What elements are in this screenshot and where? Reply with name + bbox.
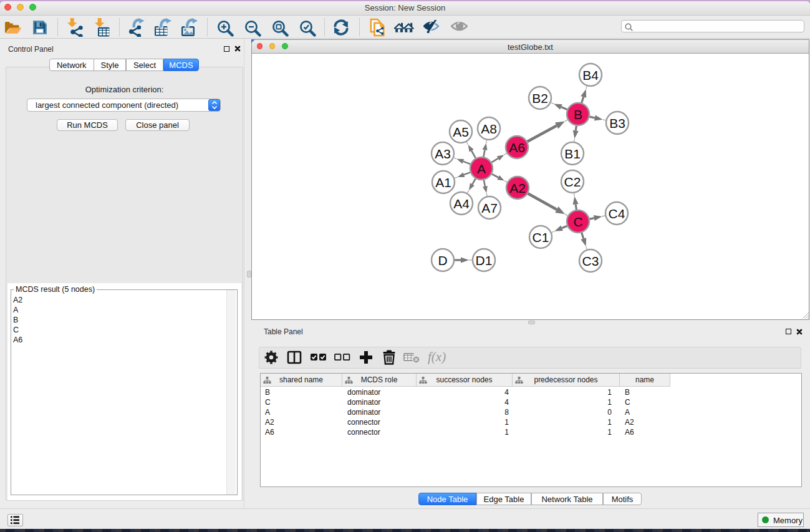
svg-text:C2: C2 bbox=[564, 175, 581, 189]
svg-text:C1: C1 bbox=[533, 230, 549, 244]
svg-text:A7: A7 bbox=[481, 201, 498, 215]
svg-text:B: B bbox=[574, 107, 582, 122]
svg-text:A5: A5 bbox=[453, 125, 469, 139]
svg-text:A8: A8 bbox=[481, 122, 497, 136]
svg-text:A6: A6 bbox=[509, 140, 525, 155]
svg-text:A: A bbox=[477, 162, 486, 176]
svg-text:C3: C3 bbox=[582, 254, 599, 268]
svg-text:C: C bbox=[573, 215, 582, 229]
svg-text:C4: C4 bbox=[609, 206, 625, 221]
svg-text:A3: A3 bbox=[435, 147, 451, 161]
svg-text:A2: A2 bbox=[509, 181, 526, 195]
svg-text:B1: B1 bbox=[564, 147, 581, 161]
svg-text:D: D bbox=[438, 253, 447, 268]
svg-text:B4: B4 bbox=[582, 68, 599, 82]
svg-text:A4: A4 bbox=[453, 196, 470, 211]
svg-text:B3: B3 bbox=[609, 116, 625, 130]
svg-text:A1: A1 bbox=[435, 175, 451, 190]
svg-text:B2: B2 bbox=[532, 91, 548, 105]
svg-text:D1: D1 bbox=[476, 253, 493, 268]
